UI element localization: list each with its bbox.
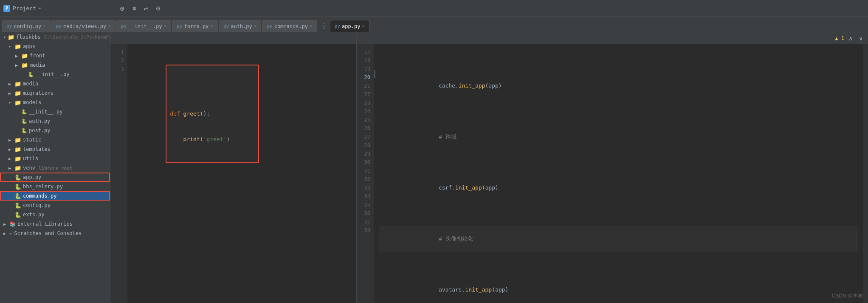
- nav-up-btn[interactable]: ∧: [847, 34, 854, 42]
- sidebar-item-exts-py[interactable]: ▶ 🐍 exts.py: [0, 210, 110, 219]
- sidebar-item-media[interactable]: ▶ 📁 media: [0, 79, 110, 88]
- project-icon: P: [3, 5, 10, 12]
- tab-label-commands: commands.py: [274, 23, 308, 29]
- sidebar-item-apps[interactable]: ▾ 📁 apps: [0, 42, 110, 51]
- tab-app-py[interactable]: py app.py ✕: [330, 20, 369, 32]
- paren-open: ():: [200, 110, 210, 117]
- tab-media-views[interactable]: py media/views.py ✕: [51, 20, 116, 32]
- templates-folder-icon: 📁: [14, 146, 21, 153]
- right-code-content[interactable]: cache.init_app(app) # 跨域 csrf.init_app(a…: [374, 48, 863, 303]
- tab-close-views[interactable]: ✕: [108, 23, 111, 29]
- sidebar-item-front[interactable]: ▶ 📁 front: [0, 51, 110, 60]
- models-auth-label: auth.py: [29, 118, 51, 124]
- sidebar-item-apps-media[interactable]: ▶ 📁 media: [0, 60, 110, 70]
- tab-close-forms[interactable]: ✕: [210, 23, 213, 29]
- r-line-18: # 跨域: [379, 124, 858, 150]
- tab-auth[interactable]: py auth.py ✕: [219, 20, 261, 32]
- rln-23: 23: [358, 99, 370, 107]
- rln-17: 17: [358, 48, 370, 56]
- navigate-btn[interactable]: ⊕: [117, 3, 127, 14]
- sidebar-item-commands-py[interactable]: ▶ 🐍 commands.py: [0, 191, 110, 201]
- editor-left-header: [110, 32, 356, 44]
- ln-1: 1: [112, 48, 124, 56]
- main-content: ▾ 📁 flaskbbs C:\Users\nlp_1\PycharmProje…: [0, 32, 868, 303]
- left-code-content[interactable]: def greet(): print('greet'): [127, 44, 356, 303]
- sidebar-item-static[interactable]: ▶ 📁 static: [0, 135, 110, 144]
- tab-label-config: config.py: [14, 23, 41, 29]
- tab-icon-config: py: [6, 23, 12, 29]
- venv-label: venv: [23, 165, 35, 171]
- editor-left-code-area[interactable]: 1 2 3 def greet(): print('greet'): [110, 44, 356, 303]
- sidebar-item-apps-init[interactable]: ▶ 🐍 __init__.py: [0, 70, 110, 79]
- nav-down-btn[interactable]: ∨: [857, 34, 865, 42]
- media-label: media: [23, 81, 38, 87]
- sidebar-item-migrations[interactable]: ▶ 📁 migrations: [0, 88, 110, 98]
- exts-icon: 🐍: [14, 212, 21, 218]
- str-greet: 'greet': [203, 136, 227, 142]
- venv-folder-icon: 📁: [14, 165, 21, 171]
- apps-init-file-icon: 🐍: [28, 72, 34, 77]
- apps-media-label: media: [30, 62, 45, 68]
- left-line-numbers: 1 2 3: [110, 44, 127, 303]
- tab-close-commands[interactable]: ✕: [310, 23, 313, 29]
- gutter-indicator: [374, 70, 375, 78]
- tab-commands[interactable]: py commands.py ✕: [262, 20, 317, 32]
- tab-label-auth: auth.py: [231, 23, 252, 29]
- app-py-label: app.py: [23, 174, 41, 180]
- templates-arrow-icon: ▶: [8, 147, 13, 152]
- paren-3: ): [226, 136, 230, 142]
- tab-forms[interactable]: py forms.py ✕: [172, 20, 218, 32]
- tab-label-init: __init__.py: [128, 23, 162, 29]
- migrations-label: migrations: [23, 90, 54, 96]
- right-scroll-gutter: [863, 44, 868, 303]
- models-auth-icon: 🐍: [21, 119, 27, 124]
- sidebar-item-bbs-celery[interactable]: ▶ 🐍 bbs_celery.py: [0, 182, 110, 191]
- tab-close-config[interactable]: ✕: [43, 23, 46, 29]
- tab-close-auth[interactable]: ✕: [254, 23, 257, 29]
- sidebar-item-app-py[interactable]: ▶ 🐍 app.py: [0, 173, 110, 182]
- utils-folder-icon: 📁: [14, 156, 21, 162]
- rln-29: 29: [358, 150, 370, 158]
- editor-right-code-area[interactable]: 17 18 19 20 21 22 23 24 25 26 27 28 29 3…: [357, 44, 868, 303]
- right-code-wrapper[interactable]: cache.init_app(app) # 跨域 csrf.init_app(a…: [374, 44, 863, 303]
- tab-config-py[interactable]: py config.py ✕: [2, 20, 51, 32]
- tab-icon-app: py: [335, 23, 340, 29]
- models-label: models: [23, 99, 41, 105]
- sidebar-item-models-post[interactable]: ▶ 🐍 post.py: [0, 126, 110, 135]
- structure-btn[interactable]: ≡: [129, 3, 139, 14]
- tab-close-app[interactable]: ✕: [362, 23, 365, 29]
- right-line-numbers: 17 18 19 20 21 22 23 24 25 26 27 28 29 3…: [357, 44, 374, 303]
- sidebar-item-venv[interactable]: ▶ 📁 venv library root: [0, 163, 110, 173]
- migrations-folder-icon: 📁: [14, 90, 21, 96]
- title-bar-actions: ⊕ ≡ ⇌ ⚙: [117, 3, 163, 14]
- sidebar-root[interactable]: ▾ 📁 flaskbbs C:\Users\nlp_1\PycharmProje…: [0, 32, 110, 42]
- diff-btn[interactable]: ⇌: [141, 3, 151, 14]
- sidebar-item-external-libs[interactable]: ▶ 📚 External Libraries: [0, 219, 110, 229]
- tabs-bar: py config.py ✕ py media/views.py ✕ py __…: [0, 17, 868, 32]
- sidebar-item-config-py[interactable]: ▶ 🐍 config.py: [0, 201, 110, 210]
- settings-btn[interactable]: ⚙: [153, 3, 163, 14]
- extlibs-arrow-icon: ▶: [3, 222, 8, 227]
- sidebar-item-models-init[interactable]: ▶ 🐍 __init__.py: [0, 107, 110, 116]
- r-line-20: # 头像初始化: [379, 226, 858, 252]
- models-post-icon: 🐍: [21, 128, 27, 133]
- tab-icon-forms: py: [177, 23, 182, 29]
- rln-20: 20: [358, 73, 370, 82]
- rln-35: 35: [358, 201, 370, 209]
- tab-overflow-btn[interactable]: ⋮: [318, 20, 330, 32]
- sidebar-item-scratches[interactable]: ▶ ✏ Scratches and Consoles: [0, 229, 110, 238]
- project-dropdown-arrow[interactable]: ▾: [39, 6, 42, 11]
- code-line-1: [170, 84, 255, 93]
- extlibs-icon: 📚: [9, 221, 16, 227]
- sidebar-item-utils[interactable]: ▶ 📁 utils: [0, 154, 110, 163]
- app-py-icon: 🐍: [14, 174, 21, 181]
- commands-highlight-box: def greet(): print('greet'): [166, 65, 259, 163]
- tab-init[interactable]: py __init__.py ✕: [116, 20, 171, 32]
- sidebar: ▾ 📁 flaskbbs C:\Users\nlp_1\PycharmProje…: [0, 32, 110, 303]
- sidebar-item-models[interactable]: ▾ 📁 models: [0, 98, 110, 107]
- tab-close-init[interactable]: ✕: [164, 23, 167, 29]
- utils-arrow-icon: ▶: [8, 156, 13, 161]
- sidebar-item-templates[interactable]: ▶ 📁 templates: [0, 144, 110, 154]
- ln-3: 3: [112, 65, 124, 73]
- sidebar-item-models-auth[interactable]: ▶ 🐍 auth.py: [0, 116, 110, 126]
